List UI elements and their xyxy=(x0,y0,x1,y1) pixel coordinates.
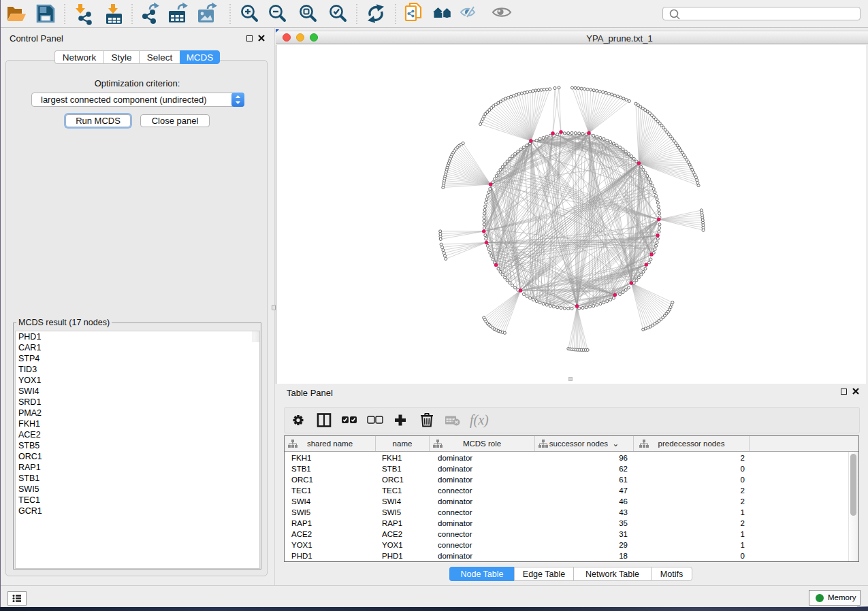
svg-text:f(x): f(x) xyxy=(470,412,489,428)
